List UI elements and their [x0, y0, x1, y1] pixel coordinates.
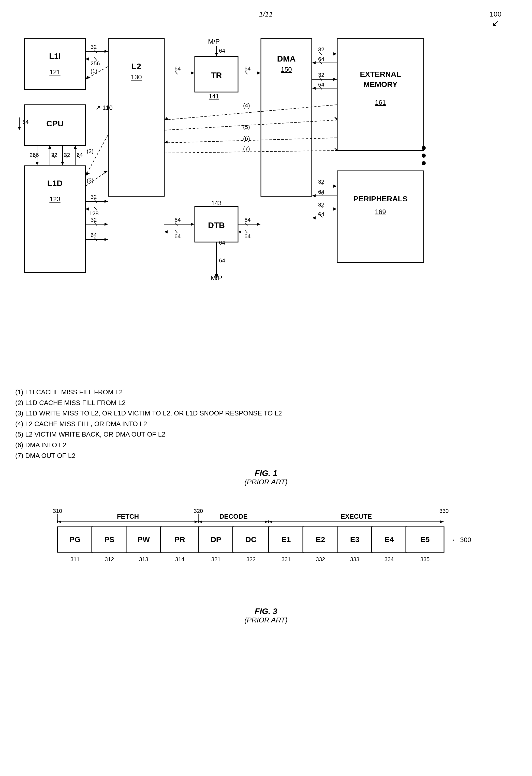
l2-tr-64: 64 [174, 65, 181, 72]
l2-l1i-256: 256 [91, 60, 100, 67]
periph-label: PERIPHERALS [353, 195, 407, 203]
svg-marker-114 [265, 521, 269, 523]
dtb-label: DTB [208, 221, 225, 230]
l2-l1d-128: 128 [89, 210, 99, 217]
svg-marker-61 [85, 207, 89, 210]
l2-number: 130 [131, 73, 142, 81]
page-header: 1/11 100↙ [15, 10, 517, 18]
cpu-label: CPU [46, 119, 63, 128]
svg-marker-40 [36, 162, 39, 165]
stage-PR: PR [174, 535, 185, 544]
stage-E1: E1 [282, 535, 291, 544]
l1i-label: L1I [49, 52, 61, 61]
execute-label: EXECUTE [341, 513, 372, 520]
legend-item-5: (5) L2 VICTIM WRITE BACK, OR DMA OUT OF … [15, 429, 517, 440]
periph-dma-64: 64 [318, 189, 324, 195]
num-313: 313 [139, 556, 149, 562]
legend-item-4: (4) L2 CACHE MISS FILL, OR DMA INTO L2 [15, 419, 517, 429]
svg-marker-25 [257, 71, 260, 74]
fetch-ref: 310 [53, 508, 62, 514]
stage-PG: PG [69, 535, 80, 544]
dma-number: 150 [281, 65, 292, 73]
num-335: 335 [420, 556, 430, 562]
svg-marker-28 [333, 52, 337, 55]
svg-marker-103 [334, 148, 337, 151]
num-311: 311 [70, 556, 80, 562]
svg-rect-0 [24, 39, 85, 89]
legend-1-label: (1) [91, 68, 98, 74]
svg-marker-43 [48, 146, 51, 149]
svg-marker-85 [312, 194, 316, 197]
fig3-caption: FIG. 3 (PRIOR ART) [15, 607, 517, 624]
legend-2-label: (2) [87, 148, 94, 154]
fig1-title: FIG. 1 [15, 468, 517, 478]
svg-rect-7 [337, 171, 424, 262]
dtb-number: 143 [211, 200, 221, 206]
legend-5-label: (5) [243, 124, 250, 130]
stage-PS: PS [104, 535, 115, 544]
stage-PW: PW [138, 535, 150, 544]
dtb-dma-64: 64 [244, 217, 250, 223]
page: 1/11 100↙ L1I 121 L2 130 CPU ↗ 110 L1D 1… [0, 0, 532, 776]
stage-E3: E3 [350, 535, 360, 544]
l1d-l2-32: 32 [91, 194, 97, 200]
legend-item-1: (1) L1I CACHE MISS FILL FROM L2 [15, 387, 517, 398]
l2-dtb-64: 64 [174, 217, 181, 223]
svg-marker-56 [103, 171, 108, 173]
l1d-l2-32-2: 32 [91, 217, 97, 223]
fig1-caption: FIG. 1 (PRIOR ART) [15, 468, 517, 486]
dma-ext-32-2: 32 [318, 72, 324, 78]
ext-mem-label1: EXTERNAL [360, 70, 401, 78]
svg-marker-73 [164, 230, 168, 233]
svg-marker-22 [191, 71, 194, 74]
num-322: 322 [246, 556, 256, 562]
decode-label: DECODE [219, 513, 247, 520]
svg-marker-67 [105, 238, 108, 241]
svg-marker-52 [18, 127, 21, 130]
svg-marker-79 [238, 230, 241, 233]
svg-marker-49 [74, 146, 77, 149]
legend-4-label: (4) [243, 102, 250, 109]
fig3-svg: FETCH 310 DECODE 320 EXECUTE 330 [37, 507, 495, 603]
svg-marker-107 [57, 521, 61, 523]
l1i-l2-32: 32 [91, 44, 97, 50]
svg-marker-54 [85, 172, 90, 176]
fig1-diagram: L1I 121 L2 130 CPU ↗ 110 L1D 123 TR DMA … [17, 23, 515, 379]
mp-bottom-64-2: 64 [219, 239, 225, 246]
dma-ext-32-1: 32 [318, 46, 324, 53]
dma-dtb-64: 64 [244, 233, 250, 239]
legend-3-label: (3) [87, 177, 94, 184]
ext-dma-64-2: 64 [318, 81, 324, 88]
l1d-l2-64: 64 [91, 232, 97, 238]
stage-DP: DP [210, 535, 221, 544]
fig3-title: FIG. 3 [15, 607, 517, 616]
num-314: 314 [175, 556, 185, 562]
svg-marker-10 [215, 53, 218, 56]
legend-item-3: (3) L1D WRITE MISS TO L2, OR L1D VICTIM … [15, 408, 517, 419]
stage-E4: E4 [384, 535, 394, 544]
mp-bottom-64-1: 64 [219, 257, 225, 264]
periph-number: 169 [375, 208, 386, 216]
svg-marker-82 [333, 185, 337, 188]
svg-point-93 [422, 146, 426, 150]
l1d-number: 123 [49, 195, 60, 203]
svg-point-95 [422, 161, 426, 165]
tr-number: 141 [209, 93, 219, 100]
mp-top-label: M/P [208, 38, 220, 45]
cpu-l1d-256: 256 [29, 152, 39, 158]
legend-7-label: (7) [243, 146, 250, 152]
stage-DC: DC [245, 535, 256, 544]
svg-marker-108 [195, 521, 198, 523]
num-334: 334 [384, 556, 394, 562]
svg-marker-91 [312, 216, 316, 219]
svg-marker-119 [269, 521, 273, 523]
num-332: 332 [316, 556, 325, 562]
svg-marker-37 [312, 87, 316, 90]
num-333: 333 [350, 556, 360, 562]
ext-mem-label2: MEMORY [363, 80, 397, 88]
svg-marker-76 [257, 223, 260, 226]
legend-item-2: (2) L1D CACHE MISS FILL FROM L2 [15, 398, 517, 408]
svg-marker-14 [105, 50, 108, 53]
l1i-number: 121 [49, 68, 60, 76]
svg-marker-64 [105, 223, 108, 226]
